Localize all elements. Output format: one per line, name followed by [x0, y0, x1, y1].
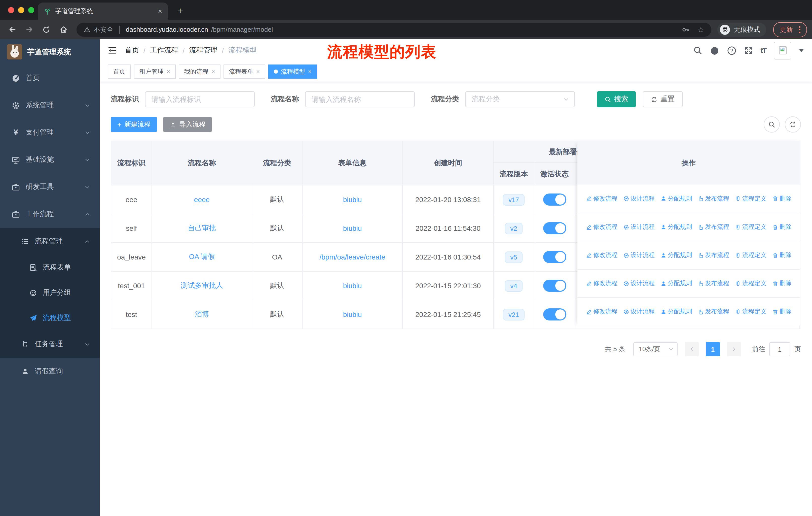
- forward-button[interactable]: [22, 22, 36, 36]
- sidebar-item-dev-tools[interactable]: 研发工具: [0, 173, 100, 200]
- delete-link[interactable]: 删除: [772, 307, 792, 316]
- edit-process-link[interactable]: 修改流程: [586, 251, 617, 260]
- reset-button[interactable]: 重置: [643, 91, 683, 107]
- publish-process-link[interactable]: 发布流程: [697, 194, 729, 203]
- cell-process-name-link[interactable]: 测试多审批人: [152, 272, 252, 300]
- delete-link[interactable]: 删除: [772, 223, 792, 231]
- tag-close-icon[interactable]: ×: [308, 68, 312, 75]
- assign-rule-link[interactable]: 分配规则: [660, 194, 692, 203]
- assign-rule-link[interactable]: 分配规则: [660, 279, 692, 288]
- browser-menu-icon[interactable]: [799, 26, 801, 33]
- goto-page-input[interactable]: [769, 342, 790, 356]
- assign-rule-link[interactable]: 分配规则: [660, 251, 692, 260]
- process-definition-link[interactable]: 流程定义: [735, 307, 766, 316]
- cell-process-name-link[interactable]: 自己审批: [152, 214, 252, 242]
- key-icon[interactable]: [682, 25, 689, 33]
- current-page-button[interactable]: 1: [706, 342, 720, 356]
- bookmark-star-icon[interactable]: ☆: [697, 25, 704, 34]
- edit-process-link[interactable]: 修改流程: [586, 194, 617, 203]
- sidebar-item-payment[interactable]: ¥ 支付管理: [0, 119, 100, 146]
- cell-form-link[interactable]: /bpm/oa/leave/create: [302, 243, 403, 271]
- help-icon[interactable]: ?: [727, 46, 736, 55]
- create-process-button[interactable]: + 新建流程: [111, 117, 157, 132]
- design-process-link[interactable]: 设计流程: [623, 279, 655, 288]
- assign-rule-link[interactable]: 分配规则: [660, 307, 692, 316]
- minimize-window-button[interactable]: [18, 7, 24, 13]
- search-icon[interactable]: [693, 46, 702, 55]
- edit-process-link[interactable]: 修改流程: [586, 279, 617, 288]
- breadcrumb-item[interactable]: 工作流程: [150, 46, 178, 55]
- tag-process-model[interactable]: 流程模型×: [268, 64, 317, 79]
- browser-tab[interactable]: 芋道管理系统 ×: [38, 2, 168, 20]
- github-icon[interactable]: [710, 46, 719, 55]
- cell-form-link[interactable]: biubiu: [302, 185, 403, 214]
- breadcrumb-item[interactable]: 流程管理: [189, 46, 218, 55]
- import-process-button[interactable]: 导入流程: [163, 117, 212, 132]
- sidebar-item-task-management[interactable]: 任务管理: [0, 331, 100, 358]
- design-process-link[interactable]: 设计流程: [623, 307, 655, 316]
- tag-close-icon[interactable]: ×: [167, 68, 170, 75]
- tab-close-icon[interactable]: ×: [158, 7, 162, 15]
- process-definition-link[interactable]: 流程定义: [735, 194, 766, 203]
- delete-link[interactable]: 删除: [772, 251, 792, 260]
- sidebar-item-infrastructure[interactable]: 基础设施: [0, 146, 100, 173]
- process-definition-link[interactable]: 流程定义: [735, 279, 766, 288]
- publish-process-link[interactable]: 发布流程: [697, 279, 729, 288]
- tag-close-icon[interactable]: ×: [211, 68, 215, 75]
- page-size-select[interactable]: 10条/页: [633, 342, 677, 356]
- active-toggle[interactable]: [543, 193, 566, 206]
- cell-form-link[interactable]: biubiu: [302, 300, 403, 329]
- collapse-sidebar-icon[interactable]: [108, 46, 117, 55]
- sidebar-item-user-group[interactable]: 用户分组: [0, 280, 100, 305]
- sidebar-item-workflow[interactable]: 工作流程: [0, 200, 100, 228]
- tag-close-icon[interactable]: ×: [256, 68, 260, 75]
- sidebar-item-system[interactable]: 系统管理: [0, 92, 100, 119]
- edit-process-link[interactable]: 修改流程: [586, 307, 617, 316]
- tag-home[interactable]: 首页: [108, 64, 131, 79]
- publish-process-link[interactable]: 发布流程: [697, 307, 729, 316]
- fullscreen-icon[interactable]: [744, 46, 753, 55]
- cell-form-link[interactable]: biubiu: [302, 214, 403, 242]
- active-toggle[interactable]: [543, 222, 566, 234]
- publish-process-link[interactable]: 发布流程: [697, 223, 729, 231]
- zoom-window-button[interactable]: [28, 7, 34, 13]
- process-definition-link[interactable]: 流程定义: [735, 223, 766, 231]
- delete-link[interactable]: 删除: [772, 194, 792, 203]
- toggle-search-button[interactable]: [764, 116, 780, 133]
- refresh-table-button[interactable]: [785, 116, 801, 133]
- design-process-link[interactable]: 设计流程: [623, 194, 655, 203]
- process-definition-link[interactable]: 流程定义: [735, 251, 766, 260]
- cell-process-name-link[interactable]: eeee: [152, 185, 252, 214]
- back-button[interactable]: [5, 22, 19, 36]
- sidebar-item-process-model[interactable]: 流程模型: [0, 305, 100, 331]
- active-toggle[interactable]: [543, 280, 566, 292]
- tag-process-form[interactable]: 流程表单×: [224, 64, 265, 79]
- design-process-link[interactable]: 设计流程: [623, 223, 655, 231]
- cell-form-link[interactable]: biubiu: [302, 272, 403, 300]
- active-toggle[interactable]: [543, 308, 566, 321]
- avatar[interactable]: [774, 42, 791, 59]
- new-tab-button[interactable]: +: [174, 5, 186, 17]
- tag-my-process[interactable]: 我的流程×: [179, 64, 221, 79]
- sidebar-item-process-form[interactable]: 流程表单: [0, 255, 100, 280]
- font-size-icon[interactable]: tT: [761, 46, 766, 54]
- address-bar[interactable]: 不安全 dashboard.yudao.iocoder.cn/bpm/manag…: [77, 22, 711, 36]
- process-category-select[interactable]: 流程分类: [465, 91, 575, 107]
- sidebar-item-home[interactable]: 首页: [0, 64, 100, 92]
- tag-tenant[interactable]: 租户管理×: [134, 64, 176, 79]
- delete-link[interactable]: 删除: [772, 279, 792, 288]
- reload-button[interactable]: [39, 22, 53, 36]
- edit-process-link[interactable]: 修改流程: [586, 223, 617, 231]
- process-name-input[interactable]: [305, 91, 415, 107]
- home-button[interactable]: [56, 22, 70, 36]
- breadcrumb-item[interactable]: 首页: [125, 46, 139, 55]
- search-button[interactable]: 搜索: [597, 91, 636, 107]
- cell-process-name-link[interactable]: OA 请假: [152, 243, 252, 271]
- next-page-button[interactable]: [727, 342, 741, 356]
- caret-down-icon[interactable]: [799, 49, 804, 52]
- close-window-button[interactable]: [8, 7, 14, 13]
- active-toggle[interactable]: [543, 251, 566, 263]
- publish-process-link[interactable]: 发布流程: [697, 251, 729, 260]
- assign-rule-link[interactable]: 分配规则: [660, 223, 692, 231]
- design-process-link[interactable]: 设计流程: [623, 251, 655, 260]
